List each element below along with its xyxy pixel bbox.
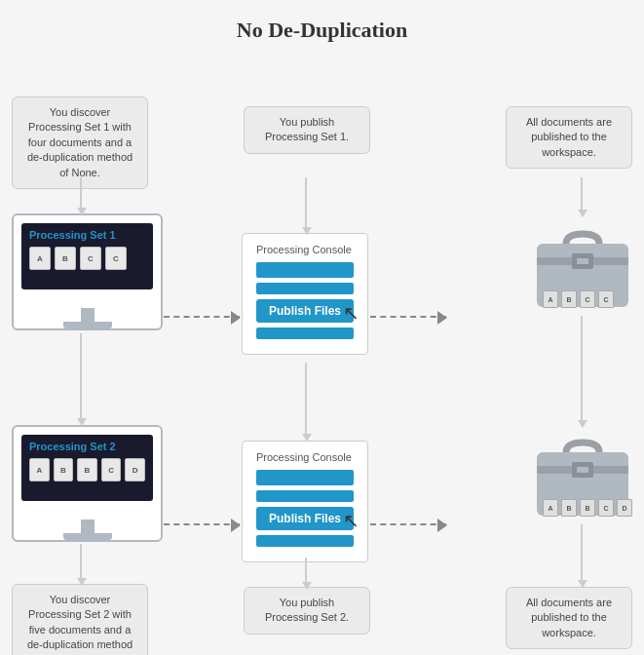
arrow-v-tl-m1 (80, 177, 82, 212)
briefcase-set2: ABBCD (529, 425, 636, 526)
doc-icon-set1: B (55, 247, 76, 270)
console2-bar3 (256, 535, 354, 547)
arrow-console1-brief1 (370, 316, 446, 318)
console1-bar3 (256, 328, 354, 339)
page-title: No De-Duplication (0, 0, 644, 43)
briefcase2-doc: B (561, 499, 577, 517)
arrow-v-m1-m2 (80, 333, 82, 423)
console-set1: Processing Console Publish Files ↖ (242, 233, 368, 355)
bottom-right-info: All documents are published to the works… (506, 587, 632, 649)
svg-rect-7 (577, 467, 588, 473)
doc-icon-set1: C (80, 247, 101, 270)
console1-bar1 (256, 262, 354, 278)
arrow-v-tr-b1 (581, 177, 583, 214)
set1-title: Processing Set 1 (29, 229, 145, 241)
doc-icon-set2: B (54, 458, 74, 482)
console1-title: Processing Console (256, 244, 354, 255)
briefcase1-doc: B (561, 290, 577, 308)
doc-icon-set1: C (105, 247, 127, 270)
arrow-v-b2-br (581, 524, 583, 585)
briefcase2-doc: C (598, 499, 614, 517)
cursor1-icon: ↖ (343, 301, 360, 325)
top-right-info: All documents are published to the works… (506, 106, 632, 169)
console1-bar2 (256, 283, 354, 294)
doc-icon-set2: B (77, 458, 97, 482)
top-left-info: You discover Processing Set 1 with four … (12, 96, 148, 189)
briefcase1-doc: A (543, 290, 558, 308)
svg-rect-3 (577, 258, 588, 264)
arrow-v-b1-b2 (581, 316, 583, 425)
briefcase2-doc: B (580, 499, 595, 517)
doc-icon-set1: A (29, 247, 51, 270)
console-set2: Processing Console Publish Files ↖ (242, 441, 368, 562)
arrow-v-tm-c1 (305, 177, 307, 232)
console2-bar2 (256, 490, 354, 502)
doc-icon-set2: A (29, 458, 50, 482)
arrow-v-c2-bm (305, 558, 307, 587)
doc-icon-set2: D (125, 458, 145, 482)
set2-title: Processing Set 2 (29, 441, 145, 452)
briefcase2-doc: A (543, 499, 558, 517)
publish-btn-1[interactable]: Publish Files (256, 299, 354, 323)
console2-bar1 (256, 470, 354, 485)
arrow-monitor1-console1 (164, 316, 240, 318)
briefcase-set1: ABCC (529, 216, 636, 318)
top-middle-info: You publish Processing Set 1. (244, 106, 370, 154)
briefcase1-doc: C (598, 290, 614, 308)
cursor2-icon: ↖ (343, 509, 360, 532)
arrow-v-c1-c2 (305, 363, 307, 439)
console2-title: Processing Console (256, 451, 354, 463)
arrow-monitor2-console2 (164, 523, 240, 525)
monitor-set2: Processing Set 2 ABBCD (12, 425, 163, 542)
doc-icon-set2: C (101, 458, 122, 482)
arrow-v-m2-bl (80, 544, 82, 583)
publish-btn-2[interactable]: Publish Files (256, 507, 354, 530)
monitor-set1: Processing Set 1 ABCC (12, 213, 163, 330)
arrow-console2-brief2 (370, 523, 446, 525)
briefcase1-doc: C (580, 290, 595, 308)
bottom-left-info: You discover Processing Set 2 with five … (12, 584, 148, 655)
briefcase2-doc: D (617, 499, 632, 517)
